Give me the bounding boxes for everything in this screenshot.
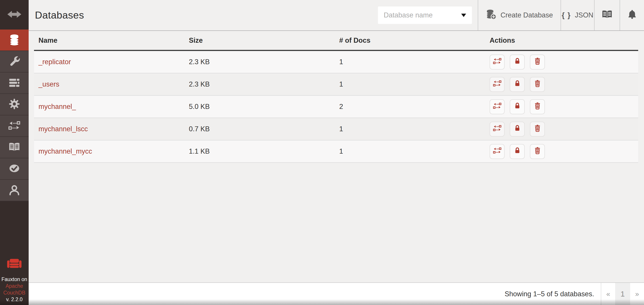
delete-db-button[interactable] (530, 99, 545, 114)
row-actions (485, 54, 638, 69)
replication-icon (8, 119, 20, 132)
db-doc-count: 1 (335, 125, 485, 133)
documentation-button[interactable] (594, 0, 620, 30)
replicate-db-button[interactable] (490, 122, 504, 137)
db-name-link[interactable]: mychannel_ (38, 103, 76, 110)
db-name-link[interactable]: mychannel_mycc (38, 147, 92, 155)
db-size: 2.3 KB (184, 58, 335, 66)
version-label: v. 2.2.0 (0, 296, 29, 303)
table-header: Name Size # of Docs Actions (34, 31, 638, 51)
table-row: mychannel_ 5.0 KB 2 (34, 96, 638, 118)
replicate-icon (493, 146, 502, 156)
replicate-db-button[interactable] (490, 54, 504, 69)
table-body: _replicator 2.3 KB 1 (34, 51, 638, 163)
table-row: mychannel_mycc 1.1 KB 1 (34, 140, 638, 163)
delete-db-button[interactable] (530, 144, 545, 159)
trash-icon (533, 124, 542, 134)
delete-db-button[interactable] (530, 77, 545, 92)
lock-icon (513, 124, 522, 134)
permissions-button[interactable] (510, 144, 525, 159)
row-actions (485, 144, 638, 159)
table-row: _users 2.3 KB 1 (34, 73, 638, 96)
replicate-db-button[interactable] (490, 99, 504, 114)
wrench-icon (8, 55, 20, 68)
permissions-button[interactable] (510, 99, 525, 114)
topbar-controls: Database name (378, 0, 644, 30)
replicate-db-button[interactable] (490, 77, 504, 92)
lock-icon (513, 57, 522, 67)
lock-icon (513, 79, 522, 89)
column-header-docs: # of Docs (335, 36, 485, 44)
main-panel: Databases Database name (29, 0, 644, 305)
create-database-button[interactable]: Create Database (478, 0, 560, 30)
sidebar-item-account[interactable] (0, 180, 29, 201)
db-name-link[interactable]: mychannel_lscc (38, 125, 88, 133)
results-summary: Showing 1–5 of 5 databases. (504, 290, 594, 298)
database-plus-icon (486, 9, 496, 21)
trash-icon (533, 79, 542, 89)
replicate-icon (493, 79, 502, 89)
replicate-icon (493, 57, 502, 67)
json-toggle-button[interactable]: { } JSON (561, 0, 594, 30)
pagination-page-1[interactable]: 1 (615, 283, 630, 305)
sidebar-item-verify[interactable] (0, 158, 29, 180)
databases-content: Name Size # of Docs Actions _replicator … (29, 31, 644, 283)
db-size: 2.3 KB (184, 80, 335, 88)
database-name-placeholder: Database name (384, 11, 433, 19)
sidebar-item-replication[interactable] (0, 115, 29, 137)
pagination-prev-button[interactable]: « (601, 283, 615, 305)
permissions-button[interactable] (510, 54, 525, 69)
sidebar-collapse-button[interactable] (0, 0, 29, 29)
row-actions (485, 99, 638, 114)
sidebar-item-active-tasks[interactable] (0, 72, 29, 94)
row-actions (485, 122, 638, 137)
sidebar-item-configuration[interactable] (0, 94, 29, 115)
db-size: 1.1 KB (184, 147, 335, 155)
table-row: mychannel_lscc 0.7 KB 1 (34, 118, 638, 140)
chevron-down-icon (461, 14, 466, 17)
db-size: 5.0 KB (184, 103, 335, 111)
lock-icon (513, 146, 522, 156)
topbar: Databases Database name (29, 0, 644, 31)
server-list-icon (8, 76, 20, 89)
notifications-button[interactable] (620, 0, 644, 30)
sidebar-footer: Fauxton on Apache CouchDB v. 2.2.0 (0, 258, 29, 305)
sidebar-item-documentation[interactable] (0, 137, 29, 158)
pagination-next-button[interactable]: » (630, 283, 644, 305)
apache-couchdb-link[interactable]: Apache CouchDB (0, 283, 29, 296)
sidebar-item-databases[interactable] (0, 29, 29, 51)
db-name-link[interactable]: _replicator (38, 58, 71, 66)
column-header-actions: Actions (485, 36, 638, 44)
delete-db-button[interactable] (530, 122, 545, 137)
braces-icon: { } (562, 11, 571, 19)
horizontal-arrows-icon (8, 9, 21, 20)
replicate-db-button[interactable] (490, 144, 504, 159)
row-actions (485, 77, 638, 92)
table-row: _replicator 2.3 KB 1 (34, 51, 638, 73)
db-name-link[interactable]: _users (38, 80, 59, 88)
sidebar: Fauxton on Apache CouchDB v. 2.2.0 (0, 0, 29, 305)
db-doc-count: 1 (335, 80, 485, 88)
permissions-button[interactable] (510, 122, 525, 137)
db-doc-count: 1 (335, 147, 485, 155)
sidebar-spacer (0, 201, 29, 258)
lock-icon (513, 102, 522, 112)
page-title: Databases (29, 9, 84, 21)
delete-db-button[interactable] (530, 54, 545, 69)
bell-icon (627, 9, 637, 21)
trash-icon (533, 57, 542, 67)
column-header-name: Name (34, 36, 184, 44)
json-label: JSON (575, 11, 594, 19)
permissions-button[interactable] (510, 77, 525, 92)
book-icon (602, 9, 613, 21)
sidebar-item-setup[interactable] (0, 51, 29, 72)
replicate-icon (493, 124, 502, 134)
bottom-bar: Showing 1–5 of 5 databases. « 1 » (29, 283, 644, 305)
db-size: 0.7 KB (184, 125, 335, 133)
db-doc-count: 1 (335, 58, 485, 66)
database-name-select[interactable]: Database name (378, 6, 472, 24)
user-icon (8, 184, 20, 197)
couchdb-logo-icon (0, 258, 29, 270)
db-doc-count: 2 (335, 103, 485, 111)
trash-icon (533, 102, 542, 112)
